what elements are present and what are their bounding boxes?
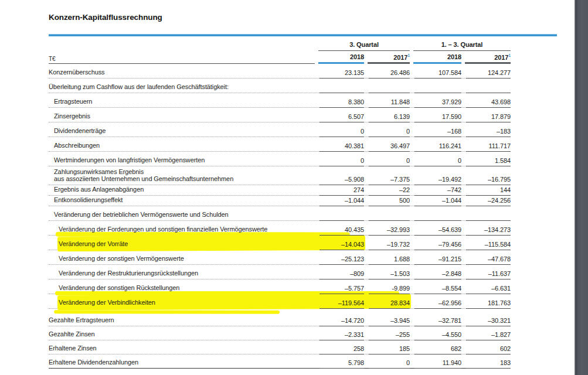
row-value: –32.781 [410,312,461,326]
row-value: –14.043 [315,236,364,250]
row-value [410,79,461,93]
row-label: Veränderung der Vorräte [49,240,315,250]
table-row: Überleitung zum Cashflow aus der laufend… [49,79,511,93]
row-value [364,79,410,93]
row-value: 11.848 [364,93,410,107]
year-header: 2018 [413,51,461,64]
footnote-marker: 1 [508,53,511,57]
row-label: Zahlungsunwirksames Ergebnisaus assoziie… [49,168,315,185]
row-value: –5.908 [315,166,364,185]
table-row: Gezahlte Zinsen–2.331–255–4.550–1.827 [49,326,511,340]
row-value: 6.139 [364,108,410,122]
row-value: –2.331 [315,326,364,340]
row-value: 36.453 [364,369,410,375]
year-header: 20171 [368,51,410,64]
row-value: –115.584 [461,236,511,250]
row-label: Veränderung der Forderungen und sonstige… [49,226,315,235]
table-row: Erhaltene Dividendenzahlungen5.798011.94… [49,354,511,369]
column-group-header: 3. Quartal 1. – 3. Quartal [49,40,511,51]
row-value: –1.503 [364,265,410,279]
table-row: Zinsergebnis6.5076.13917.59017.879 [49,108,511,122]
row-value: –79.456 [410,236,461,250]
row-value: –91.215 [410,250,461,264]
row-value: –3.945 [364,312,410,326]
page-title: Konzern-Kapitalflussrechnung [49,13,575,22]
row-value [461,206,511,220]
row-value: –1.827 [461,326,511,340]
row-label: Ergebnis aus Anlagenabgängen [49,186,315,195]
row-label: Veränderung der Restrukturierungsrückste… [49,270,315,279]
row-value: 0 [315,122,364,137]
viewer-background-band [575,0,588,375]
table-row: Veränderung der sonstigen Rückstellungen… [49,279,511,294]
row-value: –809 [315,265,364,279]
row-value: –30.321 [461,312,511,326]
row-value: 40.381 [315,137,364,151]
row-label: Konzernüberschuss [49,69,315,78]
row-value: –25.123 [315,250,364,264]
row-value: 144 [461,185,511,195]
footnote-marker: 1 [407,53,410,57]
row-value: 682 [410,340,461,354]
row-value: 92.662 [461,369,511,375]
row-value: –168 [410,122,461,137]
table-row: Konzernüberschuss23.13526.486107.584124.… [49,64,511,79]
table-row: Veränderung der Verbindlichkeiten–119.56… [49,294,511,309]
report-page: Konzern-Kapitalflussrechnung 3. Quartal … [0,0,575,375]
row-label: Entkonsolidierungseffekt [49,196,315,206]
row-value: –16.795 [461,166,511,185]
row-value: 107.584 [410,64,461,78]
row-value [315,79,364,93]
table-row: Abschreibungen40.38136.497116.241111.717 [49,137,511,152]
row-label: Erhaltene Zinsen [49,345,315,354]
table-row: Dividendenerträge00–168–183 [49,122,511,137]
row-value: 181.763 [461,294,511,308]
row-value: 6.507 [315,108,364,122]
row-value: –4.550 [410,326,461,340]
row-value: 36.497 [364,137,410,151]
row-label: Gezahlte Ertragsteuern [49,316,315,326]
table-row: Veränderung der sonstigen Vermögenswerte… [49,250,511,265]
row-value: 0 [410,152,461,166]
row-value: 116.241 [410,137,461,151]
row-value: 500 [364,196,410,206]
title-accent-rule [49,34,557,36]
row-value: –2.848 [410,265,461,279]
row-label: Dividendenerträge [49,127,315,137]
row-value: –183 [461,122,511,137]
row-label: Ertragsteuern [49,98,315,107]
row-value: –742 [410,185,461,195]
row-value [315,206,364,220]
column-group-spacer [49,40,315,51]
row-value: –255 [364,326,410,340]
row-value: –47.678 [461,250,511,264]
row-value: 602 [461,340,511,354]
row-value: –11.637 [461,265,511,279]
row-value: –54.639 [410,221,461,235]
row-label: Veränderung der sonstigen Vermögenswerte [49,255,315,264]
row-value: –7.375 [364,166,410,185]
row-value: 274 [315,185,364,195]
row-value: 0 [364,152,410,166]
row-value: 8.380 [315,93,364,107]
row-value: –6.631 [461,279,511,294]
year-header-row: T€ 201820171201820171 [49,51,511,64]
row-value: –119.564 [315,294,364,308]
row-value: 258 [315,340,364,354]
year-header: 2018 [318,51,364,64]
table-row: Veränderung der betrieblichen Vermögensw… [49,206,511,221]
row-value: 124.277 [461,64,511,78]
table-row: Ertragsteuern8.38011.84837.92943.698 [49,93,511,108]
row-value: –1.044 [315,196,364,206]
row-value: 37.929 [410,93,461,107]
row-value [364,206,410,220]
row-label: Gezahlte Zinsen [49,330,315,340]
row-value: –66.479 [410,369,461,375]
row-value: 23.135 [315,64,364,78]
row-label: Veränderung der Verbindlichkeiten [49,299,315,308]
row-value: 43.698 [461,93,511,107]
row-label: Wertminderungen von langfristigen Vermög… [49,156,315,166]
row-value: 40.435 [315,221,364,235]
row-value: 5.798 [315,354,364,368]
row-label: Veränderung der sonstigen Rückstellungen [49,284,315,294]
